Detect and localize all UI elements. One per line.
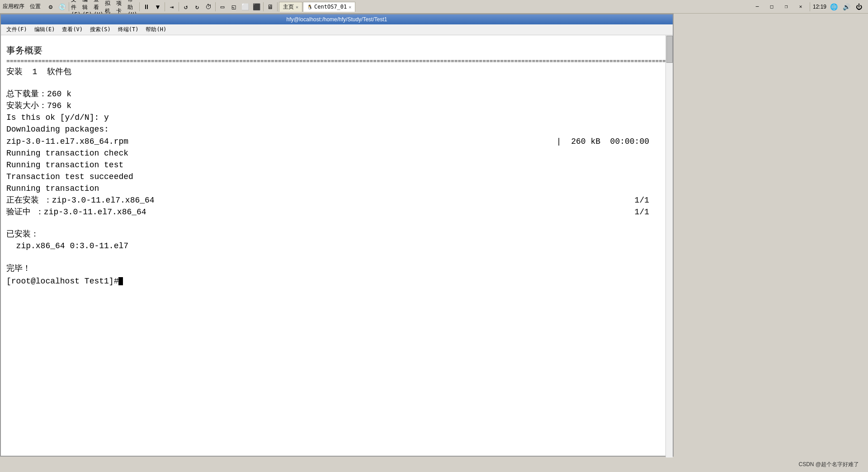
time-display: 12:19 <box>813 4 826 10</box>
send-icon[interactable]: ⇥ <box>166 2 177 12</box>
icon2[interactable]: 💿 <box>57 2 67 12</box>
blank3 <box>6 252 667 263</box>
vm-menu-icon[interactable]: 虚拟机(M) <box>104 2 115 12</box>
blank2 <box>6 218 667 228</box>
icon1[interactable]: ⚙ <box>45 2 56 12</box>
sep4 <box>179 2 179 11</box>
installing-progress: 1/1 <box>635 194 649 206</box>
terminal-title: hfy@localhost:/home/hfy/Study/Test/Test1 <box>287 16 387 23</box>
top-taskbar: 应用程序 位置 ⚙ 💿 文件(F) 编辑(E) 查看(V) 虚拟机(M) 选项卡… <box>0 0 868 14</box>
network-icon: 🌐 <box>828 2 839 12</box>
term-view-menu[interactable]: 查看(V) <box>58 25 86 34</box>
centos-icon: 🐧 <box>307 5 312 9</box>
screen3-icon[interactable]: ⬜ <box>240 2 250 12</box>
installed-pkg: zip.x86_64 0:3.0-11.el7 <box>6 240 667 252</box>
refresh1-icon[interactable]: ↺ <box>180 2 191 12</box>
sep3 <box>165 2 165 11</box>
spacer-top <box>6 39 667 44</box>
sep2 <box>139 2 140 11</box>
install-size: 安装大小：796 k <box>6 100 667 112</box>
scrollbar[interactable] <box>665 35 673 458</box>
help-menu-icon[interactable]: 帮助(H) <box>127 2 138 12</box>
screen4-icon[interactable]: ⬛ <box>251 2 262 12</box>
term-terminal-menu[interactable]: 终端(T) <box>114 25 142 34</box>
display-icon[interactable]: 🖥 <box>265 2 276 12</box>
scrollbar-thumb[interactable] <box>666 36 673 63</box>
edit-menu-icon[interactable]: 编辑(E) <box>82 2 93 12</box>
terminal-content[interactable]: 事务概要 ===================================… <box>1 35 673 456</box>
minimize-button[interactable]: ─ <box>751 2 764 12</box>
term-search-menu[interactable]: 搜索(S) <box>86 25 114 34</box>
refresh2-icon[interactable]: ↻ <box>192 2 203 12</box>
app-menu[interactable]: 应用程序 <box>0 2 27 11</box>
total-download: 总下载量：260 k <box>6 88 667 100</box>
taskbar-left: 应用程序 位置 ⚙ 💿 文件(F) 编辑(E) 查看(V) 虚拟机(M) 选项卡… <box>0 2 355 12</box>
sep5 <box>215 2 216 11</box>
rpm-filename: zip-3.0-11.el7.x86_64.rpm <box>6 136 128 147</box>
watermark: CSDN @超个名字好难了 <box>798 461 859 468</box>
cursor <box>118 277 123 285</box>
dropdown-icon[interactable]: ▼ <box>152 2 163 12</box>
close-button[interactable]: ✕ <box>794 2 807 12</box>
screen2-icon[interactable]: ◱ <box>228 2 239 12</box>
position-menu[interactable]: 位置 <box>27 2 43 11</box>
centos-tab-close[interactable]: ✕ <box>349 5 351 9</box>
tab-menu-icon[interactable]: 选项卡(T) <box>116 2 127 12</box>
sep7 <box>277 2 278 11</box>
downloading: Downloading packages: <box>6 123 667 135</box>
run-check: Running transaction check <box>6 147 667 159</box>
centos-tab-label: CentOS7_01 <box>314 4 347 10</box>
home-tab[interactable]: 主页 ✕ <box>279 2 302 12</box>
taskbar-right: ─ □ ❐ ✕ 12:19 🌐 🔊 ⏻ <box>751 2 868 12</box>
sep8 <box>810 2 810 11</box>
maximize-button[interactable]: □ <box>765 2 778 12</box>
installed-header: 已安装： <box>6 228 667 240</box>
term-help-menu[interactable]: 帮助(H) <box>142 25 170 34</box>
installing-label: 正在安装 ：zip-3.0-11.el7.x86_64 <box>6 194 155 206</box>
clock-icon[interactable]: ⏱ <box>203 2 214 12</box>
home-tab-close[interactable]: ✕ <box>296 5 298 9</box>
verifying-line: 验证中 ：zip-3.0-11.el7.x86_64 1/1 <box>6 206 667 218</box>
confirm-prompt: Is this ok [y/d/N]: y <box>6 112 667 123</box>
pause-icon[interactable]: ⏸ <box>141 2 152 12</box>
view-menu-icon[interactable]: 查看(V) <box>93 2 104 12</box>
rpm-progress: | 260 kB 00:00:00 <box>557 136 649 147</box>
installing-line: 正在安装 ：zip-3.0-11.el7.x86_64 1/1 <box>6 194 667 206</box>
term-file-menu[interactable]: 文件(F) <box>3 25 31 34</box>
terminal-window: hfy@localhost:/home/hfy/Study/Test/Test1… <box>0 14 674 457</box>
centos-tab[interactable]: 🐧 CentOS7_01 ✕ <box>303 2 355 12</box>
sound-icon: 🔊 <box>841 2 852 12</box>
prompt-line[interactable]: [root@localhost Test1]# <box>6 275 667 287</box>
run-test: Running transaction test <box>6 159 667 171</box>
install-line: 安装 1 软件包 <box>6 66 667 78</box>
sep6 <box>263 2 264 11</box>
separator: ========================================… <box>6 57 667 66</box>
verifying-progress: 1/1 <box>635 206 649 218</box>
term-edit-menu[interactable]: 编辑(E) <box>31 25 59 34</box>
restore-button[interactable]: ❐ <box>780 2 793 12</box>
test-success: Transaction test succeeded <box>6 171 667 183</box>
sep1 <box>69 2 69 11</box>
section-header: 事务概要 <box>6 44 667 57</box>
screen1-icon[interactable]: ▭ <box>217 2 228 12</box>
terminal-titlebar: hfy@localhost:/home/hfy/Study/Test/Test1 <box>1 14 673 24</box>
file-menu-icon[interactable]: 文件(F) <box>71 2 81 12</box>
rpm-line: zip-3.0-11.el7.x86_64.rpm | 260 kB 00:00… <box>6 136 667 147</box>
complete: 完毕！ <box>6 263 667 274</box>
verifying-label: 验证中 ：zip-3.0-11.el7.x86_64 <box>6 206 146 218</box>
power-icon[interactable]: ⏻ <box>854 2 864 12</box>
run-transaction: Running transaction <box>6 183 667 194</box>
blank1 <box>6 78 667 88</box>
home-tab-label: 主页 <box>283 3 294 11</box>
prompt-text: [root@localhost Test1]# <box>6 275 118 287</box>
terminal-menubar: 文件(F) 编辑(E) 查看(V) 搜索(S) 终端(T) 帮助(H) <box>1 24 673 35</box>
